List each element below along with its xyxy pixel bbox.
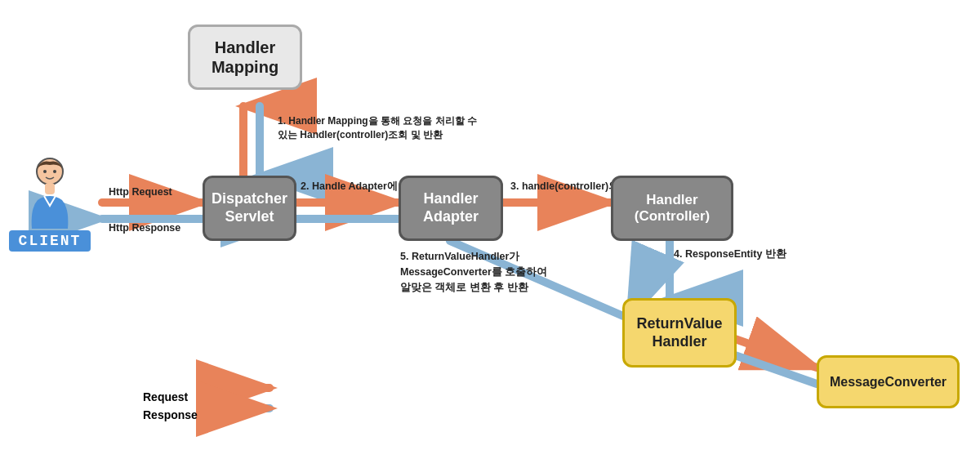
legend-request-label: Request (143, 390, 216, 403)
svg-line-16 (735, 355, 817, 384)
message-converter-box: MessageConverter (817, 355, 960, 408)
diagram-container: CLIENT Http Request Http Response Handle… (0, 0, 980, 450)
step5-label: 5. ReturnValueHandler가 MessageConverter를… (400, 249, 547, 295)
legend: Request Response (143, 390, 216, 421)
legend-request: Request (143, 390, 216, 403)
http-response-label: Http Response (109, 222, 180, 234)
client-person-icon (17, 155, 82, 229)
client-section: CLIENT (5, 155, 95, 252)
handler-controller-box: Handler (Controller) (611, 176, 733, 241)
dispatcher-servlet-box: Dispatcher Servlet (203, 176, 296, 241)
legend-response: Response (143, 408, 216, 421)
svg-point-21 (53, 170, 56, 173)
return-value-handler-box: ReturnValue Handler (622, 298, 737, 368)
http-request-label: Http Request (109, 186, 172, 198)
client-label: CLIENT (9, 230, 91, 252)
svg-line-15 (735, 339, 817, 368)
svg-rect-22 (45, 183, 55, 194)
handler-adapter-box: Handler Adapter (399, 176, 503, 241)
svg-point-20 (43, 170, 47, 173)
step4-label: 4. ResponseEntity 반환 (674, 247, 786, 261)
handler-mapping-box: Handler Mapping (188, 25, 302, 90)
legend-response-label: Response (143, 408, 216, 421)
step1-label: 1. Handler Mapping을 통해 요청을 처리할 수 있는 Hand… (278, 114, 477, 142)
